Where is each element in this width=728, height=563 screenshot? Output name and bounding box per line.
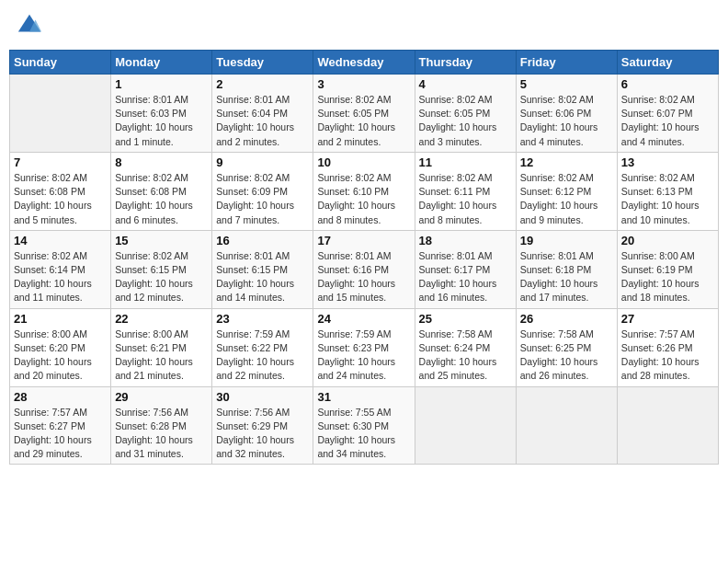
day-detail: Sunrise: 8:01 AMSunset: 6:16 PMDaylight:… — [317, 249, 410, 305]
calendar-day-cell: 9Sunrise: 8:02 AMSunset: 6:09 PMDaylight… — [212, 152, 313, 230]
day-number: 17 — [317, 234, 410, 247]
logo-icon — [17, 13, 42, 39]
day-detail: Sunrise: 8:02 AMSunset: 6:11 PMDaylight:… — [419, 171, 512, 227]
day-detail: Sunrise: 8:01 AMSunset: 6:03 PMDaylight:… — [115, 93, 208, 149]
calendar-day-cell: 27Sunrise: 7:57 AMSunset: 6:26 PMDayligh… — [617, 308, 718, 386]
day-number: 28 — [14, 390, 107, 404]
day-detail: Sunrise: 8:02 AMSunset: 6:07 PMDaylight:… — [621, 93, 714, 149]
day-number: 22 — [115, 312, 208, 326]
day-number: 18 — [419, 234, 512, 247]
calendar-week-row: 21Sunrise: 8:00 AMSunset: 6:20 PMDayligh… — [10, 308, 719, 386]
calendar-day-cell: 7Sunrise: 8:02 AMSunset: 6:08 PMDaylight… — [10, 152, 111, 230]
weekday-header-cell: Tuesday — [212, 51, 313, 75]
calendar-day-cell: 12Sunrise: 8:02 AMSunset: 6:12 PMDayligh… — [516, 152, 617, 230]
calendar-day-cell: 30Sunrise: 7:56 AMSunset: 6:29 PMDayligh… — [212, 386, 313, 465]
day-detail: Sunrise: 8:01 AMSunset: 6:17 PMDaylight:… — [419, 249, 512, 305]
day-number: 20 — [621, 234, 714, 247]
day-detail: Sunrise: 7:58 AMSunset: 6:24 PMDaylight:… — [419, 327, 512, 384]
calendar-day-cell — [516, 386, 617, 465]
calendar-day-cell: 1Sunrise: 8:01 AMSunset: 6:03 PMDaylight… — [111, 75, 212, 153]
calendar-week-row: 28Sunrise: 7:57 AMSunset: 6:27 PMDayligh… — [10, 386, 719, 465]
weekday-header-cell: Saturday — [617, 51, 718, 75]
day-number: 11 — [419, 155, 512, 169]
day-detail: Sunrise: 8:02 AMSunset: 6:06 PMDaylight:… — [520, 93, 613, 149]
weekday-header-cell: Thursday — [415, 51, 516, 75]
calendar-day-cell: 6Sunrise: 8:02 AMSunset: 6:07 PMDaylight… — [617, 75, 718, 153]
day-detail: Sunrise: 7:56 AMSunset: 6:29 PMDaylight:… — [216, 406, 309, 462]
calendar-day-cell: 22Sunrise: 8:00 AMSunset: 6:21 PMDayligh… — [111, 308, 212, 386]
day-number: 15 — [115, 234, 208, 247]
calendar-day-cell: 8Sunrise: 8:02 AMSunset: 6:08 PMDaylight… — [111, 152, 212, 230]
calendar-day-cell: 20Sunrise: 8:00 AMSunset: 6:19 PMDayligh… — [617, 230, 718, 308]
weekday-header-cell: Sunday — [10, 51, 111, 75]
calendar-day-cell: 19Sunrise: 8:01 AMSunset: 6:18 PMDayligh… — [516, 230, 617, 308]
calendar-day-cell: 2Sunrise: 8:01 AMSunset: 6:04 PMDaylight… — [212, 75, 313, 153]
calendar-day-cell: 3Sunrise: 8:02 AMSunset: 6:05 PMDaylight… — [313, 75, 415, 153]
day-number: 30 — [216, 390, 309, 404]
calendar-day-cell: 17Sunrise: 8:01 AMSunset: 6:16 PMDayligh… — [313, 230, 415, 308]
day-number: 10 — [317, 155, 410, 169]
day-detail: Sunrise: 7:55 AMSunset: 6:30 PMDaylight:… — [317, 406, 410, 462]
day-number: 25 — [419, 312, 512, 326]
day-detail: Sunrise: 8:01 AMSunset: 6:15 PMDaylight:… — [216, 249, 309, 305]
day-detail: Sunrise: 8:00 AMSunset: 6:21 PMDaylight:… — [115, 327, 208, 384]
logo — [17, 13, 46, 39]
day-detail: Sunrise: 8:02 AMSunset: 6:08 PMDaylight:… — [14, 171, 107, 227]
day-detail: Sunrise: 8:02 AMSunset: 6:14 PMDaylight:… — [14, 249, 107, 305]
day-number: 21 — [14, 312, 107, 326]
calendar-week-row: 7Sunrise: 8:02 AMSunset: 6:08 PMDaylight… — [10, 152, 719, 230]
day-detail: Sunrise: 8:02 AMSunset: 6:09 PMDaylight:… — [216, 171, 309, 227]
calendar-day-cell: 31Sunrise: 7:55 AMSunset: 6:30 PMDayligh… — [313, 386, 415, 465]
calendar-day-cell: 10Sunrise: 8:02 AMSunset: 6:10 PMDayligh… — [313, 152, 415, 230]
weekday-header-cell: Wednesday — [313, 51, 415, 75]
calendar-day-cell: 26Sunrise: 7:58 AMSunset: 6:25 PMDayligh… — [516, 308, 617, 386]
day-number: 29 — [115, 390, 208, 404]
day-detail: Sunrise: 7:57 AMSunset: 6:26 PMDaylight:… — [621, 327, 714, 384]
calendar-day-cell: 21Sunrise: 8:00 AMSunset: 6:20 PMDayligh… — [10, 308, 111, 386]
calendar-table: SundayMondayTuesdayWednesdayThursdayFrid… — [9, 50, 719, 465]
calendar-week-row: 14Sunrise: 8:02 AMSunset: 6:14 PMDayligh… — [10, 230, 719, 308]
day-detail: Sunrise: 7:57 AMSunset: 6:27 PMDaylight:… — [14, 406, 107, 462]
day-number: 31 — [317, 390, 410, 404]
day-number: 12 — [520, 155, 613, 169]
day-number: 24 — [317, 312, 410, 326]
calendar-day-cell: 24Sunrise: 7:59 AMSunset: 6:23 PMDayligh… — [313, 308, 415, 386]
day-detail: Sunrise: 7:56 AMSunset: 6:28 PMDaylight:… — [115, 406, 208, 462]
day-number: 16 — [216, 234, 309, 247]
day-detail: Sunrise: 8:02 AMSunset: 6:05 PMDaylight:… — [317, 93, 410, 149]
day-detail: Sunrise: 7:59 AMSunset: 6:23 PMDaylight:… — [317, 327, 410, 384]
calendar-day-cell: 28Sunrise: 7:57 AMSunset: 6:27 PMDayligh… — [10, 386, 111, 465]
page-header — [9, 9, 719, 42]
day-number: 9 — [216, 155, 309, 169]
day-detail: Sunrise: 8:02 AMSunset: 6:08 PMDaylight:… — [115, 171, 208, 227]
day-detail: Sunrise: 8:02 AMSunset: 6:10 PMDaylight:… — [317, 171, 410, 227]
day-number: 27 — [621, 312, 714, 326]
day-number: 8 — [115, 155, 208, 169]
day-detail: Sunrise: 8:00 AMSunset: 6:20 PMDaylight:… — [14, 327, 107, 384]
weekday-header-cell: Friday — [516, 51, 617, 75]
calendar-body: 1Sunrise: 8:01 AMSunset: 6:03 PMDaylight… — [10, 75, 719, 465]
day-detail: Sunrise: 8:02 AMSunset: 6:12 PMDaylight:… — [520, 171, 613, 227]
day-number: 7 — [14, 155, 107, 169]
day-detail: Sunrise: 8:02 AMSunset: 6:13 PMDaylight:… — [621, 171, 714, 227]
calendar-day-cell: 11Sunrise: 8:02 AMSunset: 6:11 PMDayligh… — [415, 152, 516, 230]
day-number: 14 — [14, 234, 107, 247]
day-number: 1 — [115, 77, 208, 91]
day-number: 2 — [216, 77, 309, 91]
day-number: 4 — [419, 77, 512, 91]
weekday-header-cell: Monday — [111, 51, 212, 75]
day-detail: Sunrise: 7:58 AMSunset: 6:25 PMDaylight:… — [520, 327, 613, 384]
calendar-day-cell: 15Sunrise: 8:02 AMSunset: 6:15 PMDayligh… — [111, 230, 212, 308]
day-number: 19 — [520, 234, 613, 247]
day-detail: Sunrise: 8:01 AMSunset: 6:18 PMDaylight:… — [520, 249, 613, 305]
day-number: 6 — [621, 77, 714, 91]
day-detail: Sunrise: 8:02 AMSunset: 6:15 PMDaylight:… — [115, 249, 208, 305]
calendar-day-cell: 16Sunrise: 8:01 AMSunset: 6:15 PMDayligh… — [212, 230, 313, 308]
calendar-day-cell: 14Sunrise: 8:02 AMSunset: 6:14 PMDayligh… — [10, 230, 111, 308]
day-number: 23 — [216, 312, 309, 326]
calendar-day-cell: 4Sunrise: 8:02 AMSunset: 6:05 PMDaylight… — [415, 75, 516, 153]
day-number: 26 — [520, 312, 613, 326]
day-number: 5 — [520, 77, 613, 91]
calendar-day-cell: 25Sunrise: 7:58 AMSunset: 6:24 PMDayligh… — [415, 308, 516, 386]
day-detail: Sunrise: 8:01 AMSunset: 6:04 PMDaylight:… — [216, 93, 309, 149]
